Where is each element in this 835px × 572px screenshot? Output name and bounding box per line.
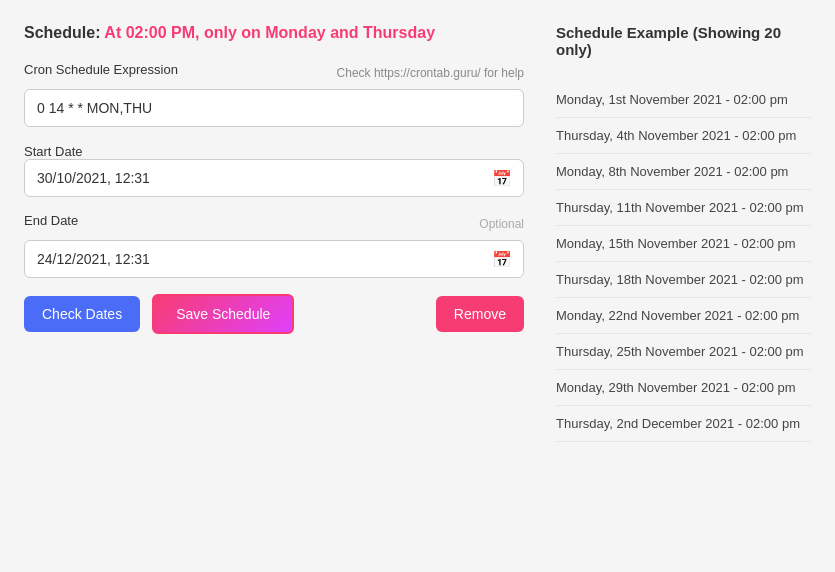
list-item: Thursday, 11th November 2021 - 02:00 pm <box>556 190 811 226</box>
optional-label: Optional <box>479 217 524 231</box>
schedule-label: Schedule: <box>24 24 100 41</box>
end-date-input[interactable] <box>24 240 524 278</box>
check-dates-button[interactable]: Check Dates <box>24 296 140 332</box>
end-date-label: End Date <box>24 213 78 228</box>
cron-expression-input[interactable] <box>24 89 524 127</box>
list-item: Thursday, 4th November 2021 - 02:00 pm <box>556 118 811 154</box>
list-item: Monday, 1st November 2021 - 02:00 pm <box>556 82 811 118</box>
start-date-wrapper: 📅 <box>24 159 524 197</box>
list-item: Thursday, 2nd December 2021 - 02:00 pm <box>556 406 811 442</box>
end-date-wrapper: 📅 <box>24 240 524 278</box>
example-title: Schedule Example (Showing 20 only) <box>556 24 811 66</box>
remove-button[interactable]: Remove <box>436 296 524 332</box>
list-item: Monday, 8th November 2021 - 02:00 pm <box>556 154 811 190</box>
start-date-input[interactable] <box>24 159 524 197</box>
cron-label: Cron Schedule Expression <box>24 62 178 77</box>
start-date-label: Start Date <box>24 144 83 159</box>
list-item: Thursday, 25th November 2021 - 02:00 pm <box>556 334 811 370</box>
list-item: Monday, 15th November 2021 - 02:00 pm <box>556 226 811 262</box>
cron-help-link: Check https://crontab.guru/ for help <box>337 66 524 80</box>
schedule-description: At 02:00 PM, only on Monday and Thursday <box>104 24 435 41</box>
list-item: Monday, 22nd November 2021 - 02:00 pm <box>556 298 811 334</box>
schedule-example-list: Monday, 1st November 2021 - 02:00 pmThur… <box>556 82 811 442</box>
save-schedule-button[interactable]: Save Schedule <box>152 294 294 334</box>
action-button-row: Check Dates Save Schedule Remove <box>24 294 524 334</box>
list-item: Thursday, 18th November 2021 - 02:00 pm <box>556 262 811 298</box>
list-item: Monday, 29th November 2021 - 02:00 pm <box>556 370 811 406</box>
schedule-title: Schedule: At 02:00 PM, only on Monday an… <box>24 24 524 42</box>
